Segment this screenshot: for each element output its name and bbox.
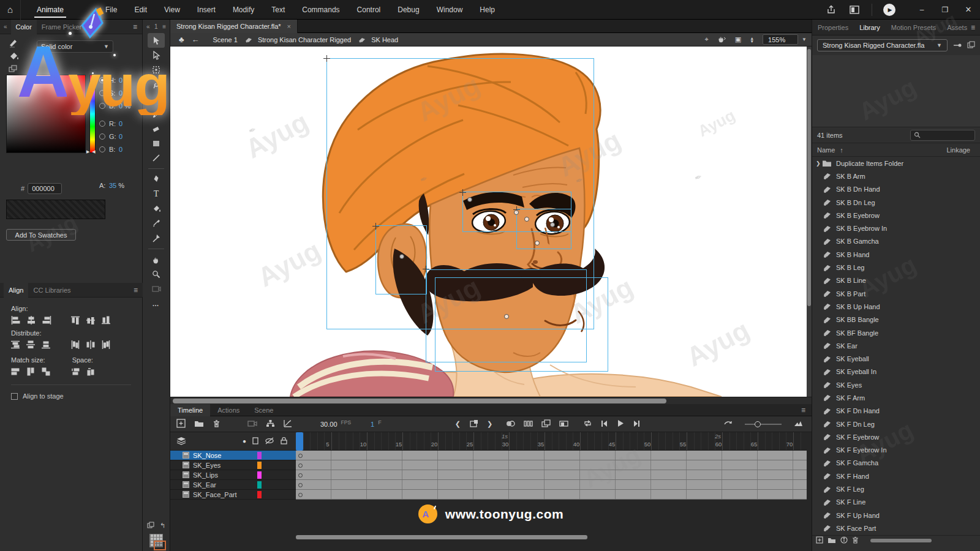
- graph-editor-icon[interactable]: [284, 419, 292, 429]
- library-item[interactable]: ❯ SK B Eyebrow: [812, 209, 980, 222]
- registration-point-icon[interactable]: [514, 210, 519, 215]
- library-item[interactable]: ❯ SK Eyeball In: [812, 365, 980, 378]
- breadcrumb-scene[interactable]: Scene 1: [213, 36, 238, 43]
- eraser-tool[interactable]: [148, 121, 165, 136]
- fill-color-icon[interactable]: [9, 51, 29, 65]
- add-to-swatches-button[interactable]: Add To Swatches: [6, 229, 76, 241]
- playhead-marker[interactable]: [296, 432, 303, 451]
- brush-tool[interactable]: [148, 107, 165, 121]
- library-item[interactable]: ❯ SK F Dn Hand: [812, 405, 980, 418]
- stage-canvas[interactable]: Ayug Ayug Ayug Ayug Ayug Ayug Ayug Ayug …: [170, 47, 807, 397]
- match-both-icon[interactable]: [42, 367, 51, 376]
- radio-icon[interactable]: [99, 103, 105, 109]
- registration-point-icon[interactable]: [524, 217, 529, 222]
- layer-row[interactable]: SK_Nose: [170, 451, 296, 460]
- selection-tool[interactable]: [148, 33, 165, 48]
- stroke-color-icon[interactable]: [9, 38, 29, 51]
- current-frame-value[interactable]: 1: [371, 421, 374, 428]
- layer-color-swatch[interactable]: [257, 471, 262, 479]
- play-icon[interactable]: [617, 419, 624, 429]
- library-item[interactable]: ❯ SK F Line: [812, 496, 980, 509]
- align-hcenter-icon[interactable]: [26, 316, 36, 324]
- document-tab[interactable]: Strong Kisan Rigged Character.fla* ×: [170, 20, 298, 33]
- lasso-tool[interactable]: [148, 77, 165, 92]
- transform-handle-icon[interactable]: [372, 223, 379, 230]
- library-item[interactable]: ❯ SK B Hand: [812, 248, 980, 261]
- menu-item[interactable]: Window: [428, 0, 472, 20]
- transform-handle-icon[interactable]: [323, 55, 330, 62]
- hue-slider-handle[interactable]: ▶ ◀: [86, 149, 100, 154]
- slider-value[interactable]: 0: [119, 102, 123, 110]
- tools-menu-icon[interactable]: ≡: [162, 23, 166, 30]
- new-symbol-icon[interactable]: [816, 536, 823, 545]
- next-keyframe-icon[interactable]: ❯: [487, 420, 492, 428]
- library-item[interactable]: ❯ SK BB Bangle: [812, 313, 980, 326]
- tab-scene[interactable]: Scene: [247, 404, 281, 416]
- menu-item[interactable]: Text: [263, 0, 293, 20]
- distribute-bottom-icon[interactable]: [42, 340, 51, 349]
- app-tab[interactable]: Animate: [21, 0, 80, 20]
- test-movie-icon[interactable]: ▶: [883, 4, 895, 16]
- radio-icon[interactable]: [99, 133, 105, 140]
- radio-icon[interactable]: [99, 146, 105, 152]
- layer-row[interactable]: SK_Ear: [170, 480, 296, 490]
- layer-row[interactable]: SK_Lips: [170, 470, 296, 480]
- stage-overview-icon[interactable]: [149, 534, 163, 547]
- tab-actions[interactable]: Actions: [210, 404, 247, 416]
- onion-skin-icon[interactable]: [506, 420, 515, 429]
- tab-frame-picker[interactable]: Frame Picker: [37, 20, 86, 34]
- center-stage-icon[interactable]: ⌖: [705, 36, 709, 43]
- layer-row[interactable]: SK_Face_Part: [170, 490, 296, 500]
- distribute-vcenter-icon[interactable]: [26, 340, 36, 349]
- layer-color-swatch[interactable]: [257, 462, 262, 469]
- clip-content-icon[interactable]: ▣: [735, 36, 741, 43]
- layer-name[interactable]: SK_Eyes: [193, 462, 221, 469]
- library-horizontal-scrollbar[interactable]: [870, 539, 932, 542]
- menu-item[interactable]: Insert: [189, 0, 224, 20]
- library-item[interactable]: ❯ SK F Dn Leg: [812, 418, 980, 430]
- layer-color-swatch[interactable]: [257, 481, 262, 489]
- layer-name[interactable]: SK_Lips: [193, 471, 218, 479]
- registration-point-icon[interactable]: [550, 222, 555, 227]
- eyedropper-tool[interactable]: [148, 216, 165, 231]
- space-vertical-icon[interactable]: [71, 367, 81, 376]
- breadcrumb-current-symbol[interactable]: SK Head: [371, 36, 398, 43]
- distribute-top-icon[interactable]: [11, 340, 21, 349]
- color-gradient-picker[interactable]: [6, 75, 86, 153]
- library-item[interactable]: ❯ SK B Gamcha: [812, 235, 980, 248]
- registration-point-icon[interactable]: [504, 314, 509, 319]
- library-item[interactable]: ❯ SK F Gamcha: [812, 457, 980, 470]
- slider-value[interactable]: 0: [119, 120, 123, 127]
- color-type-select[interactable]: Solid color▼: [37, 40, 113, 53]
- distribute-hcenter-icon[interactable]: [86, 340, 96, 349]
- home-icon[interactable]: ⌂: [0, 0, 21, 20]
- column-linkage[interactable]: Linkage: [946, 146, 970, 154]
- space-horizontal-icon[interactable]: [86, 367, 96, 376]
- expand-folder-icon[interactable]: ❯: [816, 160, 822, 167]
- layer-frames[interactable]: [296, 470, 807, 480]
- menu-item[interactable]: Control: [349, 0, 390, 20]
- timeline-zoom-slider[interactable]: [745, 424, 782, 425]
- match-width-icon[interactable]: [11, 367, 21, 376]
- library-item[interactable]: ❯ SK B Leg: [812, 261, 980, 274]
- tab-properties[interactable]: Properties: [812, 24, 854, 31]
- share-icon[interactable]: [825, 4, 837, 16]
- layer-frames[interactable]: [296, 490, 807, 500]
- library-item[interactable]: ❯ SK B Eyebrow In: [812, 222, 980, 234]
- copy-tool-icon[interactable]: [147, 522, 155, 530]
- align-to-stage-checkbox[interactable]: [11, 393, 18, 400]
- new-library-panel-icon[interactable]: [967, 41, 975, 50]
- tab-assets[interactable]: Assets: [941, 24, 973, 31]
- timeline-ruler[interactable]: 510152025303540455055606570 1s 2s: [296, 432, 807, 451]
- panel-menu-icon[interactable]: ≡: [133, 23, 137, 31]
- library-item[interactable]: ❯ SK F Hand: [812, 470, 980, 482]
- reset-timeline-zoom-icon[interactable]: [723, 420, 733, 428]
- stage-horizontal-scrollbar[interactable]: [170, 397, 812, 404]
- library-search-input[interactable]: [910, 130, 975, 141]
- breadcrumb-symbol[interactable]: Strong Kisan Character Rigged: [258, 36, 351, 43]
- layer-name[interactable]: SK_Nose: [193, 452, 221, 459]
- panel-menu-icon[interactable]: ≡: [134, 286, 138, 294]
- layer-color-swatch[interactable]: [257, 452, 262, 459]
- radio-icon[interactable]: [99, 90, 105, 96]
- distribute-right-icon[interactable]: [102, 340, 111, 349]
